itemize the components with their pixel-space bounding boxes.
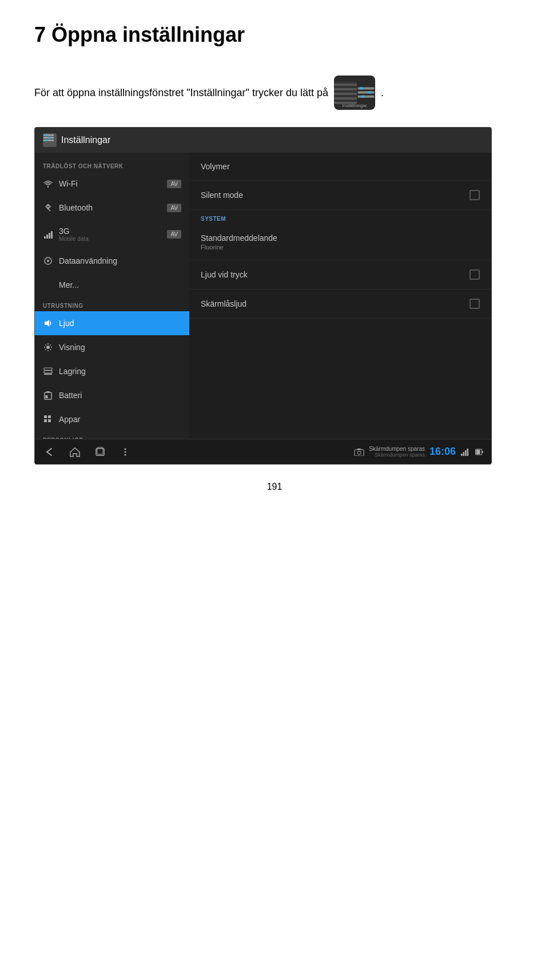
screenshot-bottombar: Skärmdumpen sparas Skärmdumpen sparas 16… xyxy=(35,439,491,464)
sidebar-item-batteri[interactable]: Batteri xyxy=(35,383,189,407)
wifi-icon xyxy=(43,178,53,189)
content-panel: Volymer Silent mode SYSTEM Standardmedde… xyxy=(189,153,491,439)
svg-point-9 xyxy=(45,134,47,136)
sidebar-item-wifi[interactable]: Wi-Fi AV xyxy=(35,172,189,196)
screenshot: Inställningar TRÅDLÖST OCH NÄTVERK xyxy=(34,127,492,465)
sound-icon xyxy=(43,318,53,328)
clock-display: 16:06 xyxy=(429,446,456,458)
storage-icon xyxy=(43,366,53,376)
svg-rect-13 xyxy=(46,235,48,239)
svg-point-3 xyxy=(360,87,363,90)
sidebar-item-visning[interactable]: Visning xyxy=(35,335,189,359)
content-item-ljud-tryck[interactable]: Ljud vid tryck xyxy=(189,260,491,289)
sidebar-data-label: Dataanvändning xyxy=(59,256,181,265)
sidebar-item-3g[interactable]: 3G Mobile data AV xyxy=(35,220,189,249)
silent-label: Silent mode xyxy=(201,191,243,200)
settings-icon-image: Inställningar xyxy=(334,76,375,110)
bluetooth-icon xyxy=(43,203,53,213)
svg-marker-18 xyxy=(45,320,49,327)
data-icon xyxy=(43,256,53,266)
content-item-skarm[interactable]: Skärmlåsljud xyxy=(189,289,491,319)
svg-point-44 xyxy=(125,451,126,453)
svg-rect-30 xyxy=(44,374,52,375)
sidebar-item-bluetooth[interactable]: Bluetooth AV xyxy=(35,196,189,220)
svg-line-24 xyxy=(45,344,46,346)
svg-point-10 xyxy=(49,137,51,139)
sidebar-wifi-badge: AV xyxy=(167,180,181,188)
signal-status-icon xyxy=(460,448,471,456)
content-item-volymer[interactable]: Volymer xyxy=(189,153,491,181)
svg-rect-50 xyxy=(463,452,465,456)
svg-rect-37 xyxy=(48,419,51,422)
svg-point-43 xyxy=(125,448,126,450)
signal-icon xyxy=(43,229,53,240)
ljud-tryck-checkbox[interactable] xyxy=(470,269,480,280)
svg-rect-15 xyxy=(51,231,53,239)
skarm-checkbox[interactable] xyxy=(470,299,480,309)
svg-rect-1 xyxy=(358,92,375,94)
screenshot-icon xyxy=(354,448,364,456)
svg-rect-14 xyxy=(49,233,50,239)
sidebar-section3-label: PERSONLIGT xyxy=(35,431,189,439)
home-button[interactable] xyxy=(68,445,82,459)
sidebar-item-mer[interactable]: Mer... xyxy=(35,273,189,297)
display-icon xyxy=(43,342,53,352)
svg-rect-49 xyxy=(461,454,463,456)
svg-point-5 xyxy=(362,95,365,98)
sidebar-section2-label: UTRUSTNING xyxy=(35,297,189,311)
svg-point-45 xyxy=(125,454,126,455)
silent-checkbox[interactable] xyxy=(470,190,480,200)
recents-button[interactable] xyxy=(93,445,107,459)
svg-rect-52 xyxy=(467,449,469,456)
status-text: Skärmdumpen sparas xyxy=(369,446,425,452)
svg-rect-34 xyxy=(44,415,47,418)
sidebar-item-lagring[interactable]: Lagring xyxy=(35,359,189,383)
sidebar-item-ljud[interactable]: Ljud xyxy=(35,311,189,335)
svg-rect-35 xyxy=(48,415,51,418)
svg-rect-46 xyxy=(355,450,364,456)
status-texts: Skärmdumpen sparas Skärmdumpen sparas xyxy=(369,446,425,458)
ljud-tryck-label: Ljud vid tryck xyxy=(201,270,248,279)
intro-paragraph: För att öppna inställningsfönstret "Inst… xyxy=(34,76,515,110)
topbar-settings-icon xyxy=(43,133,57,147)
screenshot-body: TRÅDLÖST OCH NÄTVERK Wi-Fi AV xyxy=(35,153,491,439)
svg-rect-54 xyxy=(482,451,483,453)
svg-rect-33 xyxy=(46,395,48,398)
volymer-label: Volymer xyxy=(201,162,230,171)
svg-rect-7 xyxy=(43,137,54,139)
mer-icon xyxy=(43,280,53,290)
svg-rect-2 xyxy=(358,96,375,98)
sidebar-mer-label: Mer... xyxy=(59,280,181,289)
nav-buttons xyxy=(43,445,132,459)
sidebar-batteri-label: Batteri xyxy=(59,391,181,400)
content-item-silent[interactable]: Silent mode xyxy=(189,181,491,210)
svg-rect-8 xyxy=(43,140,54,141)
sidebar-appar-label: Appar xyxy=(59,415,181,424)
svg-point-19 xyxy=(46,346,50,349)
back-button[interactable] xyxy=(43,445,57,459)
sidebar-ljud-label: Ljud xyxy=(59,319,181,328)
intro-text: För att öppna inställningsfönstret "Inst… xyxy=(34,87,328,99)
svg-line-27 xyxy=(45,350,46,351)
menu-button[interactable] xyxy=(118,445,132,459)
svg-rect-51 xyxy=(465,450,467,456)
battery-status-icon xyxy=(475,448,483,456)
sidebar: TRÅDLÖST OCH NÄTVERK Wi-Fi AV xyxy=(35,153,189,439)
topbar-title: Inställningar xyxy=(61,135,110,145)
svg-line-26 xyxy=(50,344,51,346)
standardmeddelande-sub: Fluorine xyxy=(201,244,277,251)
settings-icon-label: Inställningar xyxy=(334,103,375,108)
sidebar-bluetooth-label: Bluetooth xyxy=(59,203,161,212)
intro-period: . xyxy=(381,87,384,99)
screenshot-topbar: Inställningar xyxy=(35,128,491,153)
sidebar-item-appar[interactable]: Appar xyxy=(35,407,189,431)
page-heading: 7 Öppna inställningar xyxy=(34,23,515,47)
page-content: 7 Öppna inställningar För att öppna inst… xyxy=(0,0,549,515)
content-item-standardmeddelande[interactable]: Standardmeddelande Fluorine xyxy=(189,224,491,260)
svg-point-4 xyxy=(368,91,371,94)
sidebar-bluetooth-badge: AV xyxy=(167,204,181,212)
sidebar-item-data[interactable]: Dataanvändning xyxy=(35,249,189,273)
sidebar-lagring-label: Lagring xyxy=(59,367,181,376)
sidebar-3g-sub: Mobile data xyxy=(59,236,161,242)
sidebar-3g-label: 3G xyxy=(59,227,161,236)
